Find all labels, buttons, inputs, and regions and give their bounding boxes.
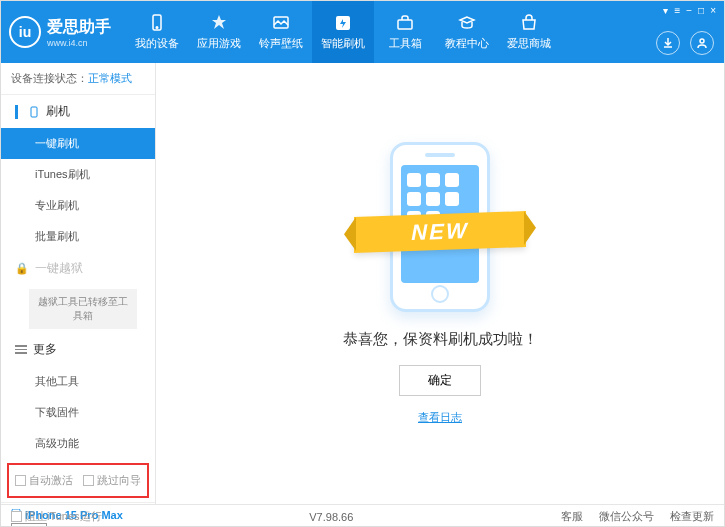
- device-status: 设备连接状态：正常模式: [1, 63, 155, 95]
- main-nav: 我的设备 应用游戏 铃声壁纸 智能刷机 工具箱 教程中心 爱思商城: [126, 1, 560, 63]
- checkbox-auto-activate[interactable]: 自动激活: [15, 473, 73, 488]
- sidebar-pro-flash[interactable]: 专业刷机: [1, 190, 155, 221]
- logo-area: iu 爱思助手 www.i4.cn: [9, 16, 111, 48]
- app-header: iu 爱思助手 www.i4.cn 我的设备 应用游戏 铃声壁纸 智能刷机 工具…: [1, 1, 724, 63]
- sidebar: 设备连接状态：正常模式 刷机 一键刷机 iTunes刷机 专业刷机 批量刷机 🔒…: [1, 63, 156, 504]
- maximize-icon[interactable]: □: [698, 5, 704, 16]
- tutorial-icon: [457, 13, 477, 33]
- nav-my-device[interactable]: 我的设备: [126, 1, 188, 63]
- footer-update[interactable]: 检查更新: [670, 509, 714, 524]
- window-controls: ▾ ≡ − □ ×: [663, 5, 716, 16]
- sidebar-batch-flash[interactable]: 批量刷机: [1, 221, 155, 252]
- close-icon[interactable]: ×: [710, 5, 716, 16]
- store-icon: [519, 13, 539, 33]
- nav-tutorial[interactable]: 教程中心: [436, 1, 498, 63]
- footer-wechat[interactable]: 微信公众号: [599, 509, 654, 524]
- minimize-icon[interactable]: −: [686, 5, 692, 16]
- new-ribbon: NEW: [354, 211, 526, 253]
- sidebar-other-tools[interactable]: 其他工具: [1, 366, 155, 397]
- app-url: www.i4.cn: [47, 38, 111, 48]
- sidebar-one-key-flash[interactable]: 一键刷机: [1, 128, 155, 159]
- section-flash[interactable]: 刷机: [1, 95, 155, 128]
- sidebar-advanced[interactable]: 高级功能: [1, 428, 155, 459]
- nav-toolbox[interactable]: 工具箱: [374, 1, 436, 63]
- nav-store[interactable]: 爱思商城: [498, 1, 560, 63]
- toolbox-icon: [395, 13, 415, 33]
- success-message: 恭喜您，保资料刷机成功啦！: [343, 330, 538, 349]
- nav-apps[interactable]: 应用游戏: [188, 1, 250, 63]
- app-logo-icon: iu: [9, 16, 41, 48]
- svg-rect-4: [398, 20, 412, 29]
- device-icon: [147, 13, 167, 33]
- checkbox-block-itunes[interactable]: 阻止iTunes运行: [11, 509, 102, 524]
- apps-icon: [209, 13, 229, 33]
- user-icon[interactable]: [690, 31, 714, 55]
- phone-small-icon: [28, 106, 40, 118]
- sidebar-download-firmware[interactable]: 下载固件: [1, 397, 155, 428]
- app-name: 爱思助手: [47, 17, 111, 38]
- nav-ringtones[interactable]: 铃声壁纸: [250, 1, 312, 63]
- nav-flash[interactable]: 智能刷机: [312, 1, 374, 63]
- section-jailbreak: 🔒一键越狱: [1, 252, 155, 285]
- svg-point-1: [156, 27, 158, 29]
- svg-point-5: [700, 39, 704, 43]
- options-box: 自动激活 跳过向导: [7, 463, 149, 498]
- checkbox-skip-guide[interactable]: 跳过向导: [83, 473, 141, 488]
- lock-icon: 🔒: [15, 262, 29, 275]
- jailbreak-note: 越狱工具已转移至工具箱: [29, 289, 137, 329]
- hamburger-icon: [15, 345, 27, 354]
- view-log-link[interactable]: 查看日志: [418, 410, 462, 425]
- menu-icon[interactable]: ▾: [663, 5, 668, 16]
- ok-button[interactable]: 确定: [399, 365, 481, 396]
- main-content: NEW 恭喜您，保资料刷机成功啦！ 确定 查看日志: [156, 63, 724, 504]
- footer-service[interactable]: 客服: [561, 509, 583, 524]
- menu2-icon[interactable]: ≡: [674, 5, 680, 16]
- wallpaper-icon: [271, 13, 291, 33]
- flash-icon: [333, 13, 353, 33]
- download-icon[interactable]: [656, 31, 680, 55]
- sidebar-itunes-flash[interactable]: iTunes刷机: [1, 159, 155, 190]
- section-more[interactable]: 更多: [1, 333, 155, 366]
- success-illustration: NEW: [390, 142, 490, 312]
- svg-rect-6: [31, 107, 37, 117]
- version-label: V7.98.66: [309, 511, 353, 523]
